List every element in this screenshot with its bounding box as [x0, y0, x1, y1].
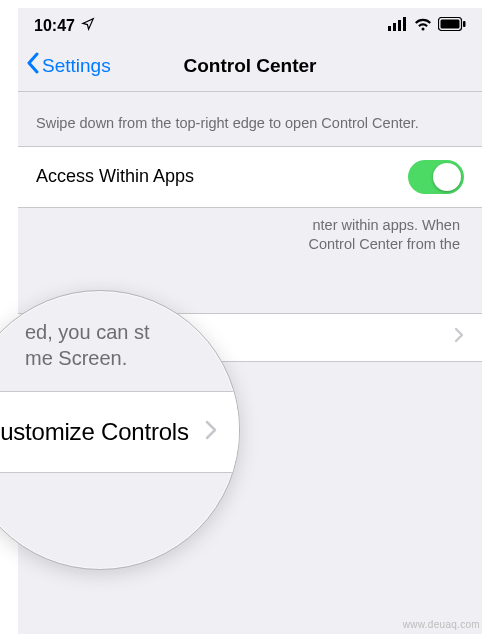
access-footer-line1: nter within apps. When [36, 216, 460, 236]
svg-rect-2 [398, 20, 401, 31]
chevron-right-icon [205, 418, 217, 446]
magnifier-line2: me Screen. [25, 345, 229, 371]
battery-icon [438, 17, 466, 35]
wifi-icon [414, 17, 432, 35]
section-description: Swipe down from the top-right edge to op… [18, 92, 482, 146]
svg-rect-3 [403, 17, 406, 31]
magnified-customize-label: Customize Controls [0, 418, 189, 446]
status-time: 10:47 [34, 17, 75, 35]
location-arrow-icon [81, 17, 95, 35]
chevron-right-icon [454, 327, 464, 348]
svg-rect-6 [463, 21, 466, 27]
svg-rect-5 [441, 20, 460, 29]
chevron-left-icon [26, 52, 42, 79]
magnified-customize-controls-row[interactable]: Customize Controls [0, 391, 239, 473]
svg-rect-0 [388, 26, 391, 31]
access-footer-description: nter within apps. When Control Center fr… [18, 208, 482, 279]
access-footer-line2: Control Center from the [36, 235, 460, 255]
status-bar: 10:47 [18, 8, 482, 40]
back-button[interactable]: Settings [18, 52, 111, 79]
access-within-apps-row[interactable]: Access Within Apps [18, 146, 482, 208]
svg-rect-1 [393, 23, 396, 31]
access-within-apps-toggle[interactable] [408, 160, 464, 194]
signal-icon [388, 17, 408, 35]
access-within-apps-label: Access Within Apps [36, 166, 194, 187]
navigation-bar: Settings Control Center [18, 40, 482, 92]
back-label: Settings [42, 55, 111, 77]
watermark: www.deuaq.com [403, 619, 480, 630]
